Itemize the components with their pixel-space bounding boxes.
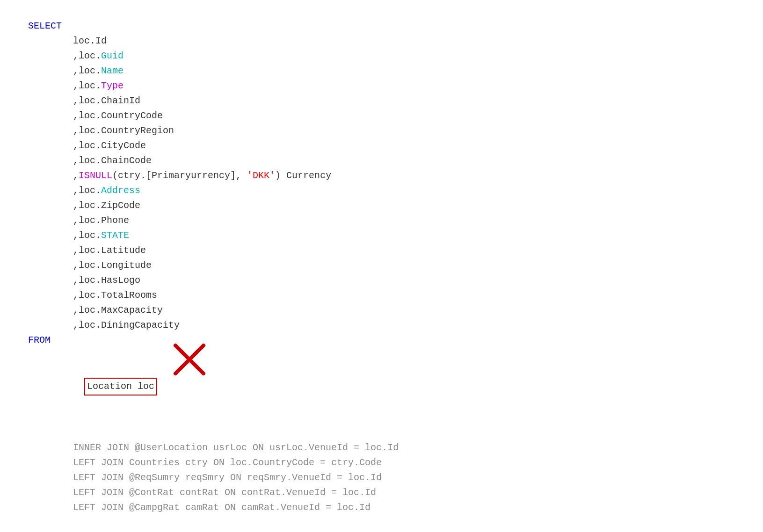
cross-annotation [173,343,206,376]
line-loc-id: loc.Id [28,34,735,49]
line-loc-chainid: ,loc.ChainId [28,93,735,108]
line-loc-guid: ,loc.Guid [28,49,735,64]
line-location-from: Location loc [28,348,735,440]
line-loc-totalrooms: ,loc.TotalRooms [28,288,735,303]
select-keyword: SELECT [28,19,735,34]
line-loc-countrycode: ,loc.CountryCode [28,108,735,123]
line-loc-name: ,loc.Name [28,64,735,79]
line-loc-phone: ,loc.Phone [28,213,735,228]
line-isnull: ,ISNULL(ctry.[Primaryurrency], 'DKK') Cu… [28,168,735,183]
line-left-join-reqsumry: LEFT JOIN @ReqSumry reqSmry ON reqSmry.V… [28,470,735,485]
line-loc-countryregion: ,loc.CountryRegion [28,123,735,138]
line-loc-longitude: ,loc.Longitude [28,258,735,273]
line-loc-haslogo: ,loc.HasLogo [28,273,735,288]
line-loc-maxcapacity: ,loc.MaxCapacity [28,303,735,318]
line-loc-latitude: ,loc.Latitude [28,243,735,258]
line-loc-zipcode: ,loc.ZipCode [28,198,735,213]
sql-code-block: SELECT loc.Id ,loc.Guid ,loc.Name ,loc.T… [28,19,735,515]
line-left-join-campgrat: LEFT JOIN @CampgRat camRat ON camRat.Ven… [28,500,735,515]
line-loc-address: ,loc.Address [28,183,735,198]
line-loc-diningcapacity: ,loc.DiningCapacity [28,318,735,333]
line-loc-chaincode: ,loc.ChainCode [28,153,735,168]
line-left-join-countries: LEFT JOIN Countries ctry ON loc.CountryC… [28,455,735,470]
line-left-join-contrat: LEFT JOIN @ContRat contRat ON contRat.Ve… [28,485,735,500]
location-loc-highlight: Location loc [84,378,157,395]
from-keyword: FROM [28,333,735,348]
line-loc-type: ,loc.Type [28,79,735,93]
line-loc-citycode: ,loc.CityCode [28,138,735,153]
line-inner-join-userlocation: INNER JOIN @UserLocation usrLoc ON usrLo… [28,440,735,455]
line-loc-state: ,loc.STATE [28,228,735,243]
